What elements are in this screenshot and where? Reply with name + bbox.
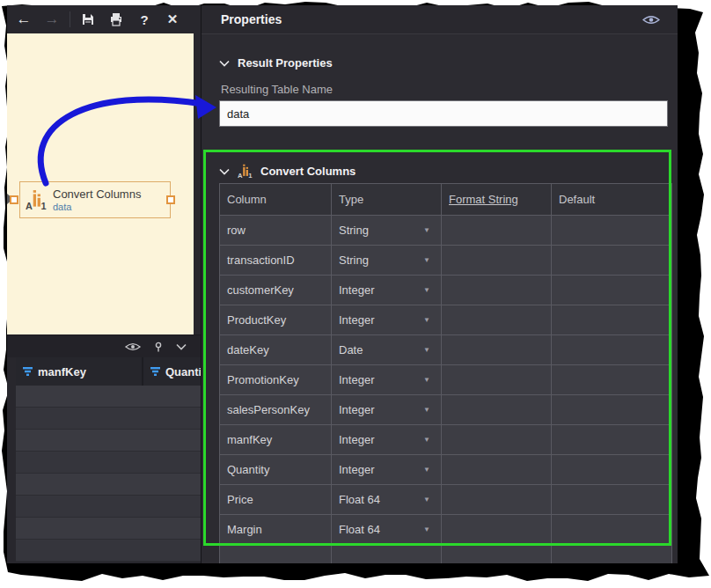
node-title: Convert Columns [53, 187, 141, 201]
format-string-cell[interactable] [442, 246, 552, 276]
format-string-cell[interactable] [442, 216, 552, 246]
column-name-cell: dateKey [220, 335, 332, 365]
column-name-cell: row [220, 216, 332, 246]
default-cell[interactable] [552, 246, 672, 276]
resulting-table-name-label: Resulting Table Name [221, 83, 333, 96]
dropdown-caret-icon: ▼ [423, 286, 430, 294]
type-dropdown[interactable]: Float 64▼ [332, 515, 442, 545]
eye-icon [642, 14, 660, 26]
grid-row [16, 540, 201, 562]
dropdown-caret-icon: ▼ [423, 466, 430, 474]
column-name-cell: transactionID [220, 246, 332, 276]
column-name-cell: ProductKey [220, 305, 332, 335]
preview-pin-button[interactable] [153, 342, 164, 352]
preview-collapse-button[interactable] [176, 343, 187, 350]
svg-text:A: A [238, 172, 243, 179]
dropdown-caret-icon: ▼ [423, 346, 430, 354]
default-cell[interactable] [552, 276, 672, 305]
output-connector[interactable] [166, 195, 175, 204]
type-dropdown[interactable]: Integer▼ [332, 305, 442, 335]
convert-row: salesPersonKeyInteger▼ [220, 395, 672, 425]
convert-columns-section-header[interactable]: A 1 Convert Columns [219, 164, 356, 179]
column-name-cell: salesPersonKey [220, 395, 332, 425]
convert-columns-node[interactable]: A 1 Convert Columns data [19, 181, 171, 218]
type-dropdown[interactable]: Integer▼ [332, 276, 442, 305]
convert-columns-node-icon: A 1 [26, 189, 47, 210]
default-cell[interactable] [552, 425, 672, 455]
default-cell[interactable] [552, 455, 672, 485]
back-button[interactable]: ← [11, 8, 37, 31]
default-cell[interactable] [552, 335, 672, 365]
grid-row [16, 452, 201, 474]
forward-button[interactable]: → [39, 8, 65, 31]
type-dropdown[interactable]: String▼ [332, 216, 442, 246]
dropdown-caret-icon: ▼ [423, 316, 430, 324]
grid-column-manfkey[interactable]: manfKey [16, 357, 143, 386]
type-dropdown[interactable]: Integer▼ [332, 395, 442, 425]
format-string-cell[interactable] [442, 485, 552, 515]
panel-eye-button[interactable] [642, 14, 660, 28]
format-string-cell[interactable] [442, 365, 552, 395]
help-button[interactable]: ? [131, 8, 158, 31]
format-string-cell[interactable] [442, 335, 552, 365]
design-canvas[interactable]: A 1 Convert Columns data [7, 33, 194, 334]
dropdown-caret-icon: ▼ [423, 526, 430, 533]
resulting-table-name-input[interactable] [219, 100, 668, 127]
data-grid-header: manfKey Quantity [7, 357, 201, 386]
default-cell[interactable] [552, 395, 672, 425]
format-string-cell[interactable] [442, 425, 552, 455]
type-dropdown[interactable]: Date▼ [332, 335, 442, 365]
format-string-cell[interactable] [442, 305, 552, 335]
type-dropdown[interactable]: String▼ [332, 246, 442, 276]
convert-row: manfKeyInteger▼ [220, 425, 672, 455]
format-string-cell[interactable] [442, 515, 552, 545]
convert-row: PriceFloat 64▼ [220, 485, 672, 515]
main-toolbar: ← → [7, 5, 201, 33]
convert-row: ProductKeyInteger▼ [220, 305, 672, 335]
preview-eye-button[interactable] [125, 342, 141, 352]
input-connector[interactable] [10, 195, 18, 204]
print-icon [109, 12, 123, 26]
format-string-cell[interactable] [442, 455, 552, 485]
convert-row [220, 545, 672, 564]
format-string-cell[interactable] [442, 395, 552, 425]
save-button[interactable] [75, 8, 101, 31]
type-dropdown[interactable]: Integer▼ [332, 425, 442, 455]
grid-row [16, 474, 201, 496]
pin-icon [153, 342, 164, 352]
default-cell[interactable] [552, 305, 672, 335]
dropdown-caret-icon: ▼ [423, 376, 430, 384]
grid-column-label: manfKey [38, 365, 86, 379]
type-dropdown[interactable]: Integer▼ [332, 365, 442, 395]
column-name-cell: Margin [220, 515, 332, 545]
default-cell[interactable] [552, 365, 672, 395]
panel-title: Properties [221, 12, 282, 26]
grid-row [16, 386, 201, 408]
default-cell[interactable] [552, 216, 672, 246]
grid-row [16, 518, 201, 540]
default-cell[interactable] [552, 545, 672, 564]
type-dropdown[interactable]: Float 64▼ [332, 485, 442, 515]
eye-icon [125, 342, 141, 352]
type-dropdown[interactable] [332, 545, 442, 564]
format-string-cell[interactable] [442, 276, 552, 305]
column-name-cell [220, 545, 332, 564]
properties-panel-header: Properties [202, 5, 678, 34]
default-cell[interactable] [552, 515, 672, 545]
chevron-down-icon [176, 343, 187, 350]
close-button[interactable]: ✕ [159, 8, 186, 31]
dropdown-caret-icon: ▼ [423, 256, 430, 264]
type-dropdown[interactable]: Integer▼ [332, 455, 442, 485]
convert-row: transactionIDString▼ [220, 246, 672, 276]
grid-column-quantity[interactable]: Quantity [143, 357, 201, 386]
convert-table-header-row: Column Type Format String Default [220, 184, 672, 216]
format-string-cell[interactable] [442, 545, 552, 564]
save-icon [81, 12, 95, 26]
print-button[interactable] [103, 8, 129, 31]
filter-icon [23, 367, 33, 376]
default-cell[interactable] [552, 485, 672, 515]
result-properties-section-header[interactable]: Result Properties [219, 56, 333, 70]
col-header-format-string[interactable]: Format String [442, 184, 552, 216]
col-header-column: Column [220, 184, 332, 216]
data-grid-rows [16, 386, 201, 563]
